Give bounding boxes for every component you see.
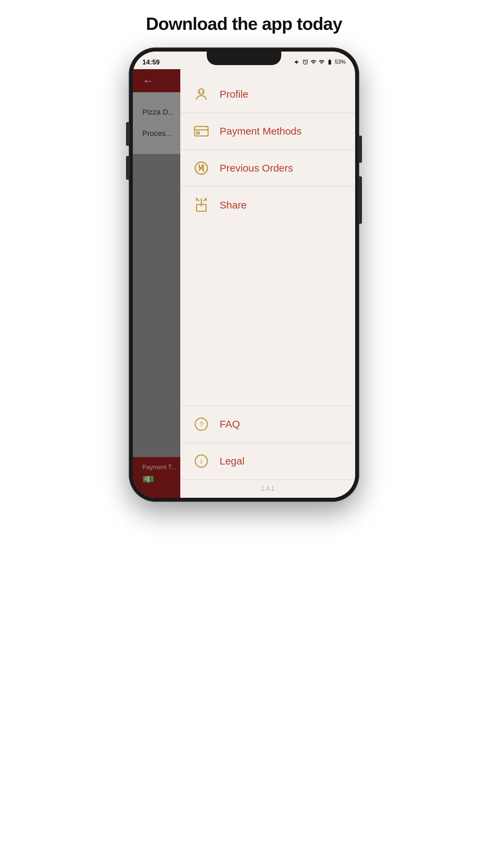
- svg-rect-3: [197, 132, 199, 134]
- volume-up-button: [126, 122, 129, 146]
- drawer-dim[interactable]: [133, 69, 180, 498]
- battery-percentage: 53%: [335, 59, 346, 65]
- status-icons: 53%: [294, 59, 346, 65]
- signal-icon: [310, 59, 317, 65]
- notch: [207, 52, 281, 65]
- payment-label: Payment Methods: [220, 125, 302, 137]
- drawer-panel: Profile Payment Methods: [180, 69, 355, 498]
- share-label: Share: [220, 199, 247, 211]
- drawer-overlay: Profile Payment Methods: [133, 69, 355, 498]
- orders-icon: [192, 159, 210, 177]
- faq-label: FAQ: [220, 418, 240, 430]
- payment-icon: [192, 122, 210, 140]
- share-icon: [192, 196, 210, 214]
- menu-item-faq[interactable]: ? FAQ: [180, 406, 355, 443]
- wifi-icon: [319, 59, 325, 65]
- legal-icon: i: [192, 452, 210, 470]
- menu-item-profile[interactable]: Profile: [180, 76, 355, 113]
- menu-item-share[interactable]: Share: [180, 187, 355, 223]
- faq-icon: ?: [192, 415, 210, 433]
- svg-text:i: i: [201, 458, 202, 465]
- version-text: 1.4.1: [180, 480, 355, 498]
- profile-label: Profile: [220, 88, 248, 100]
- drawer-menu: Profile Payment Methods: [180, 69, 355, 244]
- phone-shell: 14:59 53% ← Pizza D... Proc: [129, 47, 359, 502]
- drawer-spacer: [180, 244, 355, 406]
- alarm-icon: [302, 59, 308, 65]
- menu-item-payment[interactable]: Payment Methods: [180, 113, 355, 150]
- status-time: 14:59: [142, 58, 160, 66]
- svg-text:?: ?: [199, 421, 203, 428]
- previous-orders-label: Previous Orders: [220, 162, 293, 174]
- profile-icon: [192, 85, 210, 103]
- drawer-bottom: ? FAQ i Legal: [180, 406, 355, 498]
- svg-rect-1: [195, 126, 208, 136]
- phone-screen: 14:59 53% ← Pizza D... Proc: [133, 52, 355, 498]
- battery-icon: [327, 59, 333, 65]
- mute-icon: [294, 59, 300, 65]
- page-title: Download the app today: [146, 14, 342, 34]
- menu-item-legal[interactable]: i Legal: [180, 443, 355, 480]
- volume-down-button: [126, 156, 129, 180]
- menu-item-previous-orders[interactable]: Previous Orders: [180, 150, 355, 187]
- legal-label: Legal: [220, 455, 244, 467]
